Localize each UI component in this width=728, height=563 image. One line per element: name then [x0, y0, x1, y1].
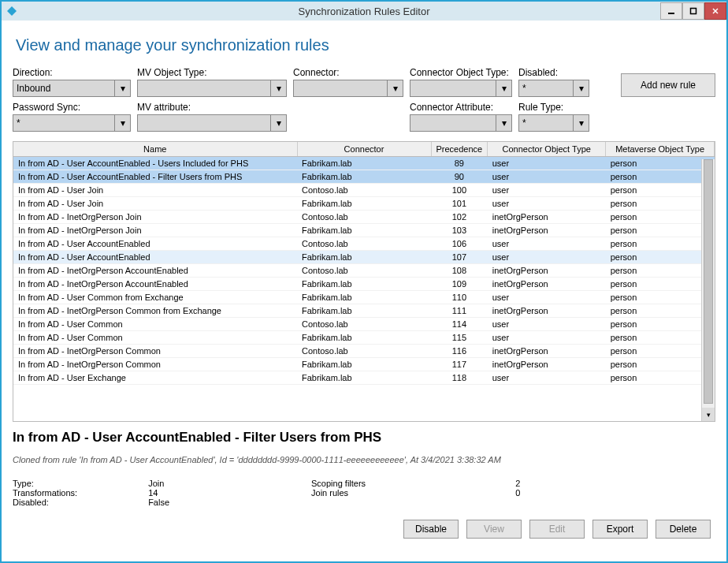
direction-combo[interactable]: Inbound▾: [13, 80, 131, 97]
col-connector[interactable]: Connector: [297, 142, 431, 157]
cell: inetOrgPerson: [488, 358, 606, 371]
rule-type-label: Rule Type:: [518, 102, 589, 113]
app-window: Synchronization Rules Editor View and ma…: [0, 0, 728, 563]
disabled-detail-value: False: [148, 498, 169, 507]
cell: Contoso.lab: [297, 211, 431, 224]
cell: 109: [431, 278, 488, 291]
close-button[interactable]: [704, 2, 726, 20]
cell: inetOrgPerson: [488, 264, 606, 278]
cell: person: [606, 331, 715, 345]
cell: In from AD - InetOrgPerson Common: [13, 345, 297, 358]
table-row[interactable]: In from AD - User Common from ExchangeFa…: [13, 291, 715, 304]
page-title: View and manage your synchronization rul…: [16, 36, 715, 54]
minimize-button[interactable]: [660, 2, 682, 20]
connector-label: Connector:: [293, 67, 403, 78]
table-row[interactable]: In from AD - User AccountEnabled - Filte…: [13, 170, 715, 184]
table-row[interactable]: In from AD - User AccountEnabledFabrikam…: [13, 251, 715, 264]
svg-rect-2: [691, 9, 696, 14]
cell: 90: [431, 170, 488, 184]
cell: user: [488, 157, 606, 170]
cell: 101: [431, 197, 488, 211]
col-precedence[interactable]: Precedence: [431, 142, 488, 157]
col-name[interactable]: Name: [13, 142, 297, 157]
delete-button[interactable]: Delete: [656, 520, 711, 539]
edit-button[interactable]: Edit: [529, 520, 585, 539]
cell: 111: [431, 304, 488, 318]
cell: 102: [431, 211, 488, 224]
cell: Contoso.lab: [297, 264, 431, 278]
disable-button[interactable]: Disable: [403, 520, 459, 539]
cell: Fabrikam.lab: [297, 224, 431, 237]
cell: person: [606, 251, 715, 264]
view-button[interactable]: View: [466, 520, 522, 539]
maximize-button[interactable]: [682, 2, 704, 20]
cell: user: [488, 237, 606, 251]
disabled-combo[interactable]: *▾: [518, 80, 589, 97]
table-row[interactable]: In from AD - User CommonFabrikam.lab115u…: [13, 331, 715, 345]
table-row[interactable]: In from AD - InetOrgPerson AccountEnable…: [13, 278, 715, 291]
scoping-filters-value: 2: [515, 479, 520, 488]
add-new-rule-button[interactable]: Add new rule: [621, 73, 715, 97]
table-row[interactable]: In from AD - User JoinFabrikam.lab101use…: [13, 197, 715, 211]
svg-marker-0: [7, 6, 17, 16]
cell: person: [606, 278, 715, 291]
table-row[interactable]: In from AD - InetOrgPerson CommonContoso…: [13, 345, 715, 358]
cell: 110: [431, 291, 488, 304]
table-row[interactable]: In from AD - InetOrgPerson AccountEnable…: [13, 264, 715, 278]
cell: Fabrikam.lab: [297, 157, 431, 170]
connector-combo[interactable]: ▾: [293, 80, 403, 97]
col-connector-object-type[interactable]: Connector Object Type: [488, 142, 606, 157]
cell: user: [488, 197, 606, 211]
cell: In from AD - InetOrgPerson Join: [13, 224, 297, 237]
cell: Contoso.lab: [297, 345, 431, 358]
chevron-down-icon: ▾: [573, 115, 589, 131]
cell: 103: [431, 224, 488, 237]
cell: user: [488, 371, 606, 385]
chevron-down-icon: ▾: [496, 115, 511, 131]
cell: inetOrgPerson: [488, 304, 606, 318]
cell: In from AD - User Join: [13, 184, 297, 197]
mv-object-type-combo[interactable]: ▾: [137, 80, 287, 97]
password-sync-combo[interactable]: *▾: [13, 114, 131, 132]
connector-attribute-combo[interactable]: ▾: [410, 114, 512, 132]
transformations-label: Transformations:: [13, 488, 77, 498]
rule-type-combo[interactable]: *▾: [518, 114, 589, 132]
scrollbar[interactable]: ▾: [701, 159, 715, 421]
table-row[interactable]: In from AD - User AccountEnabled - Users…: [13, 157, 715, 170]
cell: person: [606, 291, 715, 304]
col-metaverse-object-type[interactable]: Metaverse Object Type: [606, 142, 715, 157]
table-row[interactable]: In from AD - InetOrgPerson CommonFabrika…: [13, 358, 715, 371]
chevron-down-icon: ▾: [114, 80, 130, 96]
cell: In from AD - InetOrgPerson AccountEnable…: [13, 264, 297, 278]
cell: user: [488, 251, 606, 264]
rules-table[interactable]: Name Connector Precedence Connector Obje…: [13, 141, 715, 422]
cell: inetOrgPerson: [488, 224, 606, 237]
table-row[interactable]: In from AD - User AccountEnabledContoso.…: [13, 237, 715, 251]
cell: person: [606, 224, 715, 237]
connector-object-type-label: Connector Object Type:: [410, 67, 512, 78]
cell: person: [606, 345, 715, 358]
cell: Fabrikam.lab: [297, 291, 431, 304]
disabled-label: Disabled:: [518, 67, 589, 78]
table-row[interactable]: In from AD - InetOrgPerson Common from E…: [13, 304, 715, 318]
mv-attribute-combo[interactable]: ▾: [137, 114, 287, 132]
table-row[interactable]: In from AD - InetOrgPerson JoinContoso.l…: [13, 211, 715, 224]
cell: 100: [431, 184, 488, 197]
chevron-down-icon: ▾: [573, 80, 589, 96]
cell: person: [606, 170, 715, 184]
connector-object-type-combo[interactable]: ▾: [410, 80, 512, 97]
scrollbar-thumb[interactable]: [704, 159, 713, 404]
cell: person: [606, 358, 715, 371]
cell: person: [606, 211, 715, 224]
cell: In from AD - InetOrgPerson AccountEnable…: [13, 278, 297, 291]
cell: user: [488, 318, 606, 331]
cell: In from AD - InetOrgPerson Join: [13, 211, 297, 224]
table-row[interactable]: In from AD - User ExchangeFabrikam.lab11…: [13, 371, 715, 385]
cell: inetOrgPerson: [488, 211, 606, 224]
table-row[interactable]: In from AD - InetOrgPerson JoinFabrikam.…: [13, 224, 715, 237]
cell: person: [606, 318, 715, 331]
export-button[interactable]: Export: [592, 520, 648, 539]
table-row[interactable]: In from AD - User JoinContoso.lab100user…: [13, 184, 715, 197]
table-row[interactable]: In from AD - User CommonContoso.lab114us…: [13, 318, 715, 331]
scroll-down-icon[interactable]: ▾: [702, 408, 715, 421]
